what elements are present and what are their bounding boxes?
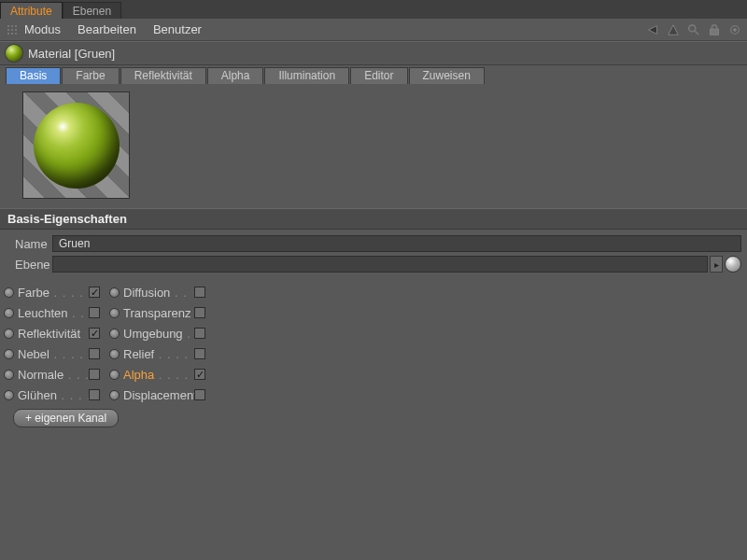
channel-checkbox-reflektivität[interactable] [89,328,100,339]
channel-row-nebel: Nebel . . . . . . [4,345,100,362]
channel-radio-reflektivität[interactable] [4,329,14,339]
channel-row-umgebung: Umgebung . . . [109,325,205,342]
tab-ebenen[interactable]: Ebenen [63,2,121,19]
channel-checkbox-relief[interactable] [194,348,205,359]
channel-label-nebel[interactable]: Nebel . . . . . . [18,347,89,361]
channel-row-displacement: Displacement [109,386,205,403]
svg-point-6 [734,28,737,31]
material-sphere-icon [6,45,22,62]
channel-checkbox-leuchten[interactable] [89,307,100,318]
channel-label-normale[interactable]: Normale . . . . [18,368,89,382]
menu-bar: Modus Bearbeiten Benutzer [0,19,747,41]
channel-row-normale: Normale . . . . [4,366,100,383]
channel-checkbox-alpha[interactable] [194,369,205,380]
channel-checkbox-transparenz[interactable] [194,307,205,318]
add-channel-button[interactable]: + eigenen Kanal [13,409,119,427]
channel-label-displacement[interactable]: Displacement [123,388,194,402]
channel-checkbox-nebel[interactable] [89,348,100,359]
label-name: Name [7,237,52,251]
search-icon[interactable] [687,23,700,36]
channel-radio-nebel[interactable] [4,349,14,359]
input-ebene[interactable] [52,256,708,273]
channel-checkbox-umgebung[interactable] [194,328,205,339]
channel-label-alpha[interactable]: Alpha . . . . . . [123,368,194,382]
panel-tabs: Attribute Ebenen [0,0,747,19]
ebene-dropdown-button[interactable]: ▸ [710,256,723,273]
channel-checkbox-glühen[interactable] [89,389,100,400]
back-arrow-icon[interactable] [646,23,659,36]
channel-row-leuchten: Leuchten . . . [4,304,100,321]
channel-radio-normale[interactable] [4,370,14,380]
channel-row-diffusion: Diffusion . . [109,284,205,301]
channel-radio-relief[interactable] [109,349,120,359]
channel-row-glühen: Glühen . . . . . [4,386,100,403]
menu-benutzer[interactable]: Benutzer [153,22,202,36]
svg-point-2 [689,24,696,31]
subtab-alpha[interactable]: Alpha [207,67,264,84]
channel-label-diffusion[interactable]: Diffusion . . [123,286,194,300]
channel-list: Farbe . . . . . .Leuchten . . .Reflektiv… [0,282,747,435]
lock-icon[interactable] [708,23,721,36]
object-title: Material [Gruen] [28,47,115,61]
channel-radio-glühen[interactable] [4,390,14,400]
channel-label-umgebung[interactable]: Umgebung . . . [123,327,194,341]
preview-sphere-icon [34,103,120,189]
input-name[interactable] [52,235,741,252]
channel-row-transparenz: Transparenz [109,304,205,321]
object-header: Material [Gruen] [0,41,747,65]
subtab-illumination[interactable]: Illumination [264,67,349,84]
subtab-farbe[interactable]: Farbe [62,67,119,84]
material-preview[interactable] [22,91,130,199]
svg-marker-1 [669,24,679,35]
channel-checkbox-diffusion[interactable] [194,287,205,298]
ebene-picker-button[interactable] [725,256,741,273]
channel-label-leuchten[interactable]: Leuchten . . . [18,306,89,320]
menu-modus[interactable]: Modus [24,22,61,36]
channel-label-reflektivität[interactable]: Reflektivität [18,327,89,341]
channel-row-reflektivität: Reflektivität [4,325,100,342]
channel-label-glühen[interactable]: Glühen . . . . . [18,388,89,402]
channel-radio-farbe[interactable] [4,287,14,298]
channel-radio-transparenz[interactable] [109,308,120,318]
channel-checkbox-displacement[interactable] [194,389,205,400]
channel-radio-displacement[interactable] [109,390,120,400]
section-basis-eigenschaften: Basis-Eigenschaften [0,208,747,230]
attribute-sub-tabs: Basis Farbe Reflektivität Alpha Illumina… [0,65,747,84]
svg-line-3 [695,30,698,34]
subtab-editor[interactable]: Editor [350,67,407,84]
up-arrow-icon[interactable] [667,23,680,36]
channel-row-alpha: Alpha . . . . . . [109,366,205,383]
basic-fields: Name Ebene ▸ [0,230,747,282]
channel-radio-diffusion[interactable] [109,287,120,298]
target-icon[interactable] [728,23,741,36]
channel-checkbox-farbe[interactable] [89,287,100,298]
menu-bearbeiten[interactable]: Bearbeiten [78,22,136,36]
label-ebene: Ebene [7,258,52,272]
channel-radio-alpha[interactable] [109,370,120,380]
tab-attribute[interactable]: Attribute [0,2,63,19]
channel-label-farbe[interactable]: Farbe . . . . . . [18,286,89,300]
preview-area [0,84,747,208]
channel-radio-umgebung[interactable] [109,329,120,339]
subtab-basis[interactable]: Basis [6,67,61,84]
channel-radio-leuchten[interactable] [4,308,14,318]
subtab-zuweisen[interactable]: Zuweisen [409,67,485,84]
subtab-reflektivitaet[interactable]: Reflektivität [120,67,206,84]
svg-rect-4 [711,29,719,35]
channel-row-farbe: Farbe . . . . . . [4,284,100,301]
svg-marker-0 [649,25,657,34]
channel-row-relief: Relief . . . . . [109,345,205,362]
channel-checkbox-normale[interactable] [89,369,100,380]
channel-label-relief[interactable]: Relief . . . . . [123,347,194,361]
grip-icon[interactable] [6,23,19,36]
channel-label-transparenz[interactable]: Transparenz [123,306,194,320]
